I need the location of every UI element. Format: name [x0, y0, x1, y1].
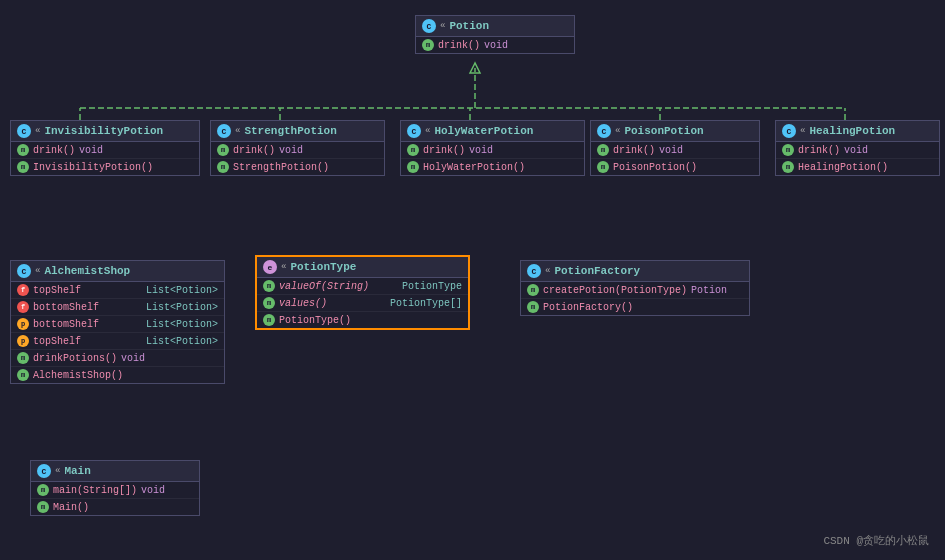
member-row: m InvisibilityPotion() [11, 159, 199, 175]
member-row: m valueOf(String) PotionType [257, 278, 468, 295]
class-invisibility-potion[interactable]: C « InvisibilityPotion m drink() void m … [10, 120, 200, 176]
class-main[interactable]: C « Main m main(String[]) void m Main() [30, 460, 200, 516]
visibility-icon: m [407, 161, 419, 173]
member-row: m HealingPotion() [776, 159, 939, 175]
member-row: m drinkPotions() void [11, 350, 224, 367]
visibility-icon: m [782, 161, 794, 173]
visibility-icon: m [263, 314, 275, 326]
class-icon: C [17, 264, 31, 278]
visibility-icon: f [17, 284, 29, 296]
visibility-icon: m [17, 144, 29, 156]
member-row: m main(String[]) void [31, 482, 199, 499]
member-row: m createPotion(PotionType) Potion [521, 282, 749, 299]
visibility-icon: m [597, 161, 609, 173]
member-row: m drink() void [11, 142, 199, 159]
member-row: m drink() void [416, 37, 574, 53]
visibility-icon: m [527, 301, 539, 313]
diagram-canvas: C « Potion m drink() void C « Invisibili… [0, 0, 945, 560]
member-row: p bottomShelf List<Potion> [11, 316, 224, 333]
class-icon: C [782, 124, 796, 138]
class-potion-header: C « Potion [416, 16, 574, 37]
member-row: m HolyWaterPotion() [401, 159, 584, 175]
class-icon-enum: e [263, 260, 277, 274]
class-header: C « HealingPotion [776, 121, 939, 142]
visibility-icon: m [217, 144, 229, 156]
class-header: C « AlchemistShop [11, 261, 224, 282]
member-row: m PotionFactory() [521, 299, 749, 315]
member-row: m drink() void [401, 142, 584, 159]
class-header: C « StrengthPotion [211, 121, 384, 142]
svg-marker-7 [470, 63, 480, 73]
member-row: m PotionType() [257, 312, 468, 328]
visibility-icon: m [263, 280, 275, 292]
member-row: m PoisonPotion() [591, 159, 759, 175]
member-row: m drink() void [776, 142, 939, 159]
visibility-icon: m [17, 352, 29, 364]
class-potion[interactable]: C « Potion m drink() void [415, 15, 575, 54]
visibility-icon: m [17, 161, 29, 173]
watermark: CSDN @贪吃的小松鼠 [823, 533, 929, 548]
class-header: C « InvisibilityPotion [11, 121, 199, 142]
class-header: C « HolyWaterPotion [401, 121, 584, 142]
class-healing-potion[interactable]: C « HealingPotion m drink() void m Heali… [775, 120, 940, 176]
visibility-icon: m [37, 501, 49, 513]
visibility-icon: m [782, 144, 794, 156]
member-row: m AlchemistShop() [11, 367, 224, 383]
class-header: C « PoisonPotion [591, 121, 759, 142]
class-header: C « Main [31, 461, 199, 482]
visibility-icon: m [527, 284, 539, 296]
class-icon: C [597, 124, 611, 138]
visibility-icon: m [17, 369, 29, 381]
member-row: m values() PotionType[] [257, 295, 468, 312]
member-row: m StrengthPotion() [211, 159, 384, 175]
class-potion-type[interactable]: e « PotionType m valueOf(String) PotionT… [255, 255, 470, 330]
visibility-icon: f [17, 301, 29, 313]
class-header: C « PotionFactory [521, 261, 749, 282]
member-row: m drink() void [211, 142, 384, 159]
member-row: p topShelf List<Potion> [11, 333, 224, 350]
visibility-icon: m [263, 297, 275, 309]
visibility-icon: m [217, 161, 229, 173]
class-header: e « PotionType [257, 257, 468, 278]
visibility-icon: p [17, 335, 29, 347]
class-icon-potion: C [422, 19, 436, 33]
class-icon: C [407, 124, 421, 138]
visibility-icon: m [407, 144, 419, 156]
class-icon: C [37, 464, 51, 478]
visibility-icon: m [37, 484, 49, 496]
class-icon: C [17, 124, 31, 138]
visibility-icon: m [422, 39, 434, 51]
class-alchemist-shop[interactable]: C « AlchemistShop f topShelf List<Potion… [10, 260, 225, 384]
class-holywater-potion[interactable]: C « HolyWaterPotion m drink() void m Hol… [400, 120, 585, 176]
class-icon: C [217, 124, 231, 138]
member-row: f bottomShelf List<Potion> [11, 299, 224, 316]
class-strength-potion[interactable]: C « StrengthPotion m drink() void m Stre… [210, 120, 385, 176]
member-row: m drink() void [591, 142, 759, 159]
class-poison-potion[interactable]: C « PoisonPotion m drink() void m Poison… [590, 120, 760, 176]
class-potion-factory[interactable]: C « PotionFactory m createPotion(PotionT… [520, 260, 750, 316]
class-icon: C [527, 264, 541, 278]
visibility-icon: m [597, 144, 609, 156]
visibility-icon: p [17, 318, 29, 330]
member-row: f topShelf List<Potion> [11, 282, 224, 299]
member-row: m Main() [31, 499, 199, 515]
